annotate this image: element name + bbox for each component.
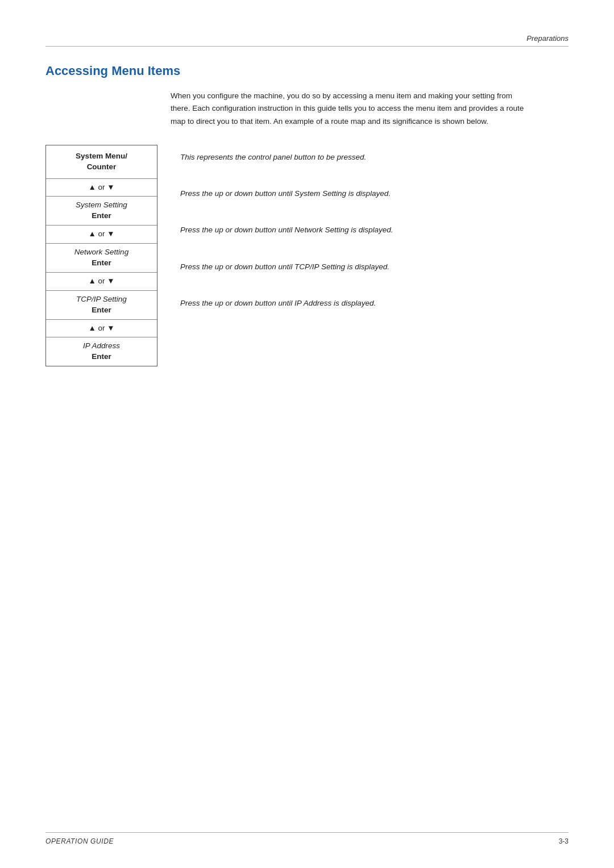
- route-map-section: System Menu/Counter ▲ or ▼ System Settin…: [45, 145, 569, 366]
- table-row: System Menu/Counter: [46, 145, 157, 178]
- descriptions-panel: This represents the control panel button…: [180, 145, 393, 309]
- table-row: Network SettingEnter: [46, 244, 157, 273]
- route-cell-ip-address: IP AddressEnter: [46, 337, 157, 366]
- table-row: ▲ or ▼: [46, 272, 157, 290]
- table-row: ▲ or ▼: [46, 226, 157, 244]
- description-3: Press the up or down button until Networ…: [180, 224, 393, 236]
- route-table: System Menu/Counter ▲ or ▼ System Settin…: [46, 145, 157, 366]
- table-row: TCP/IP SettingEnter: [46, 290, 157, 319]
- section-title: Accessing Menu Items: [45, 64, 569, 78]
- description-5: Press the up or down button until IP Add…: [180, 298, 393, 309]
- route-cell-system-setting: System SettingEnter: [46, 197, 157, 226]
- route-cell-arrows-1: ▲ or ▼: [46, 178, 157, 197]
- table-row: IP AddressEnter: [46, 337, 157, 366]
- intro-paragraph: When you configure the machine, you do s…: [171, 90, 529, 128]
- route-cell-tcpip-setting: TCP/IP SettingEnter: [46, 290, 157, 319]
- footer-left-label: OPERATION GUIDE: [45, 837, 114, 845]
- top-header: Preparations: [45, 34, 569, 47]
- route-cell-network-setting: Network SettingEnter: [46, 244, 157, 273]
- route-table-wrapper: System Menu/Counter ▲ or ▼ System Settin…: [45, 145, 157, 366]
- description-2: Press the up or down button until System…: [180, 188, 393, 199]
- footer-page-number: 3-3: [559, 837, 569, 845]
- route-cell-arrows-2: ▲ or ▼: [46, 226, 157, 244]
- page-container: Preparations Accessing Menu Items When y…: [0, 0, 614, 868]
- table-row: ▲ or ▼: [46, 178, 157, 197]
- route-cell-arrows-3: ▲ or ▼: [46, 272, 157, 290]
- page-footer: OPERATION GUIDE 3-3: [45, 832, 569, 845]
- description-1: This represents the control panel button…: [180, 152, 393, 163]
- table-row: System SettingEnter: [46, 197, 157, 226]
- route-cell-system-menu: System Menu/Counter: [46, 145, 157, 178]
- chapter-label: Preparations: [526, 34, 569, 43]
- route-cell-arrows-4: ▲ or ▼: [46, 319, 157, 337]
- description-4: Press the up or down button until TCP/IP…: [180, 261, 393, 273]
- table-row: ▲ or ▼: [46, 319, 157, 337]
